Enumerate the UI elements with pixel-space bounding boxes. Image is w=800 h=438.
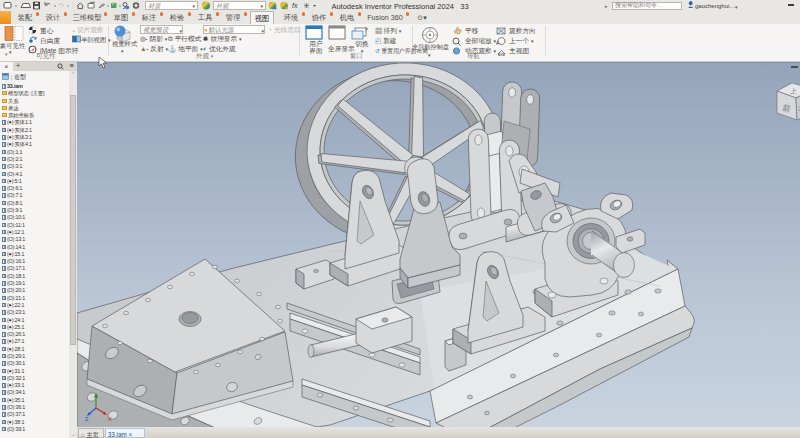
svg-text:Z: Z (85, 416, 89, 422)
svg-text:gaochenghui…: gaochenghui… (695, 3, 735, 9)
svg-text:X: X (108, 416, 112, 422)
svg-text:上: 上 (790, 87, 798, 95)
svg-text:▾: ▾ (735, 4, 738, 10)
